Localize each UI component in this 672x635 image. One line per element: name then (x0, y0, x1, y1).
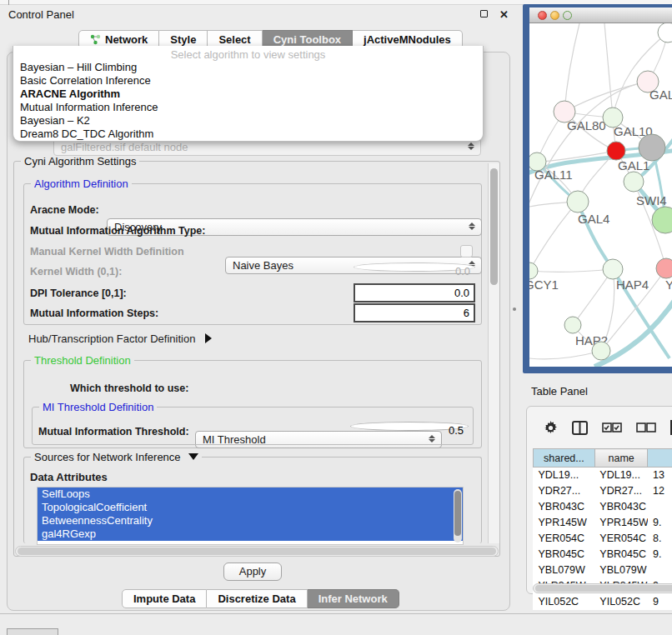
table-column-header[interactable]: shared... (534, 449, 595, 468)
table-cell[interactable]: YBR045C (534, 547, 595, 562)
apply-button[interactable]: Apply (223, 562, 282, 581)
table-cell[interactable]: 9. (648, 515, 672, 531)
table-cell[interactable]: YDL19... (534, 468, 595, 483)
table-cell[interactable]: YBR043C (594, 499, 648, 515)
table-cell[interactable]: YBR043C (534, 499, 595, 515)
algorithm-option[interactable]: Dream8 DC_TDC Algorithm (13, 128, 483, 141)
tab-infer-network[interactable]: Infer Network (308, 589, 399, 608)
table-horizontal-scrollbar[interactable] (533, 583, 672, 593)
table-cell[interactable]: YDR27... (594, 483, 648, 499)
network-window-titlebar[interactable] (529, 8, 672, 23)
network-node-swi4[interactable] (624, 172, 644, 192)
mi-threshold-group-title: MI Threshold Definition (39, 401, 157, 413)
network-node-hap2[interactable] (564, 317, 581, 333)
hub-definition-toggle[interactable]: Hub/Transcription Factor Definition (28, 332, 212, 345)
panel-splitter-handle[interactable] (513, 308, 516, 311)
kernel-width-label: Kernel Width (0,1): (30, 266, 122, 278)
table-cell[interactable]: 13 (648, 468, 672, 483)
close-panel-icon[interactable]: ✕ (498, 8, 510, 21)
settings-group-title: Cyni Algorithm Settings (21, 155, 139, 168)
table-cell[interactable]: YIL052C (534, 594, 595, 610)
table-cell[interactable] (648, 562, 672, 578)
algorithm-option[interactable]: Mutual Information Inference (13, 101, 483, 114)
table-cell[interactable]: YDR27... (534, 483, 595, 499)
algorithm-option[interactable]: Bayesian – K2 (13, 114, 483, 128)
table-cell[interactable]: YBL079W (534, 562, 595, 578)
table-row[interactable]: YER054CYER054C8. (534, 531, 672, 547)
network-node-hap4[interactable] (603, 259, 623, 279)
table-cell[interactable]: YER054C (534, 531, 595, 547)
network-node-y[interactable] (656, 258, 672, 278)
mi-steps-input[interactable]: 6 (354, 303, 475, 322)
network-edge (604, 23, 613, 118)
table-cell[interactable]: YPR145W (594, 515, 648, 531)
network-node-label: Y (665, 278, 672, 292)
table-cell[interactable]: YPR145W (534, 515, 595, 531)
table-cell[interactable]: YIL052C (594, 594, 648, 610)
minimize-window-icon[interactable] (550, 11, 559, 20)
table-row[interactable]: YDR27...YDR27...12 (534, 483, 672, 499)
settings-horizontal-scrollbar[interactable] (15, 546, 499, 557)
table-cell[interactable]: YER054C (594, 531, 648, 547)
table-row[interactable]: YBL079WYBL079W (534, 562, 672, 578)
deselect-all-icon[interactable] (636, 422, 656, 432)
table-toolbar (534, 415, 672, 440)
algorithm-option[interactable]: Basic Correlation Inference (13, 74, 483, 88)
tab-impute-data[interactable]: Impute Data (122, 589, 207, 608)
attribute-list-item[interactable]: SelfLoops (38, 488, 463, 501)
attributes-scrollbar[interactable] (454, 489, 462, 542)
network-edge (529, 269, 613, 272)
zoom-window-icon[interactable] (563, 11, 572, 20)
table-cell[interactable] (648, 499, 672, 515)
table-cell[interactable]: YBL079W (594, 562, 648, 578)
table-row[interactable]: YBR045CYBR045C9. (534, 547, 672, 562)
algorithm-option[interactable]: ARACNE Algorithm (13, 88, 483, 101)
close-window-icon[interactable] (538, 11, 547, 20)
select-all-icon[interactable] (602, 422, 622, 432)
network-node[interactable] (639, 134, 665, 161)
attribute-list-item[interactable]: TopologicalCoefficient (38, 501, 463, 514)
gear-icon[interactable] (544, 421, 558, 435)
tab-label: Cyni Toolbox (273, 33, 341, 46)
table-cell[interactable]: 9 (648, 594, 672, 610)
table-cell[interactable]: 9. (648, 547, 672, 562)
algorithm-placeholder: Select algorithm to view settings (13, 46, 483, 61)
manual-kernel-checkbox[interactable] (460, 245, 473, 258)
table-column-header[interactable]: name (594, 449, 648, 468)
network-node-gal4[interactable] (567, 191, 589, 212)
expanded-arrow-icon[interactable] (188, 453, 198, 460)
mi-threshold-input[interactable]: 0.5 (350, 422, 469, 431)
settings-vertical-scrollbar[interactable] (488, 163, 499, 543)
table-column-header[interactable] (648, 449, 672, 468)
stepper-arrows-icon (468, 142, 474, 151)
dpi-tolerance-input[interactable]: 0.0 (354, 283, 475, 302)
table-cell[interactable]: YBR045C (594, 547, 648, 562)
table-row[interactable]: YPR145WYPR145W9. (534, 515, 672, 531)
kernel-width-input[interactable]: 0.0 (354, 262, 475, 272)
network-icon (90, 34, 101, 45)
table-row[interactable]: YIL052CYIL052C9 (534, 594, 672, 610)
threshold-definition-title: Threshold Definition (31, 354, 134, 367)
attribute-list-item[interactable]: gal4RGexp (38, 528, 463, 541)
attribute-list-item[interactable]: BetweennessCentrality (38, 514, 463, 528)
network-view-window[interactable]: GALGAL80GAL10GAL1GAL11SWI4GAL4GCY1HAP4YH… (523, 4, 672, 373)
network-canvas[interactable]: GALGAL80GAL10GAL1GAL11SWI4GAL4GCY1HAP4YH… (529, 23, 672, 367)
float-panel-icon[interactable] (478, 8, 490, 21)
algorithm-dropdown-popup: Select algorithm to view settings Bayesi… (13, 46, 484, 142)
algorithm-option[interactable]: Bayesian – Hill Climbing (13, 61, 483, 74)
tab-discretize-data[interactable]: Discretize Data (207, 589, 307, 608)
data-attributes-list[interactable]: SelfLoopsTopologicalCoefficientBetweenne… (37, 487, 464, 545)
network-node-gcy1[interactable] (529, 262, 538, 279)
network-node[interactable] (592, 342, 610, 360)
network-node[interactable] (652, 207, 672, 233)
network-table-combo-value: galFiltered.sif default node (61, 141, 188, 153)
dpi-tolerance-label: DPI Tolerance [0,1]: (30, 288, 127, 299)
columns-icon[interactable] (572, 421, 588, 435)
table-cell[interactable]: YDL19... (594, 468, 648, 483)
network-node-label: SWI4 (636, 193, 667, 208)
table-cell[interactable]: 8. (648, 531, 672, 547)
table-row[interactable]: YDL19...YDL19...13 (534, 468, 672, 483)
table-cell[interactable]: 12 (648, 483, 672, 499)
table-row[interactable]: YBR043CYBR043C (534, 499, 672, 515)
network-node-gal1[interactable] (607, 142, 625, 160)
